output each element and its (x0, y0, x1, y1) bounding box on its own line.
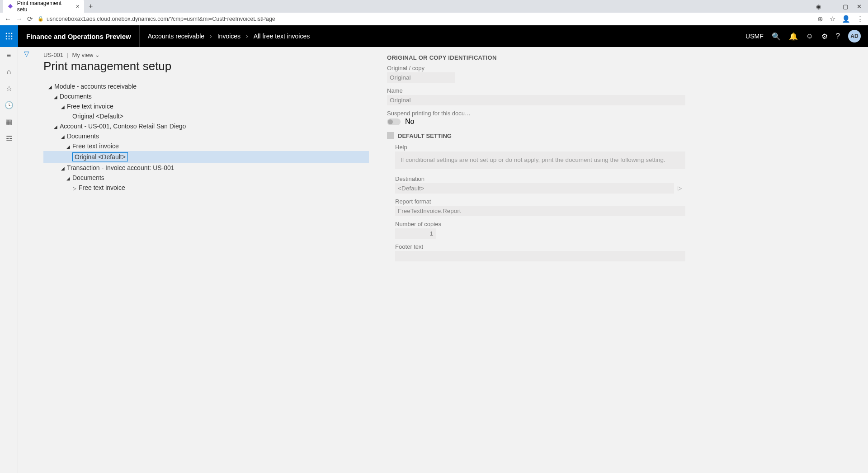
print-management-tree: ◢Module - accounts receivable ◢Documents… (43, 81, 369, 193)
search-icon[interactable]: 🔍 (772, 32, 781, 41)
forward-button[interactable]: → (16, 15, 23, 23)
tree-node-original-default[interactable]: ◢Original <Default> (43, 111, 369, 121)
tree-node-free-text-invoice-2[interactable]: ◢Free text invoice (43, 141, 369, 151)
svg-point-5 (9, 36, 10, 37)
close-window-button[interactable]: ✕ (855, 3, 863, 10)
crumb-page[interactable]: All free text invoices (254, 33, 310, 40)
caret-down-icon[interactable]: ◢ (47, 85, 53, 90)
tree-node-documents[interactable]: ◢Documents (43, 91, 369, 101)
product-name: Finance and Operations Preview (18, 25, 140, 47)
destination-label: Destination (395, 175, 685, 182)
default-setting-checkbox[interactable] (387, 132, 394, 139)
view-selector[interactable]: My view ⌄ (72, 52, 100, 58)
tree-node-free-text-invoice[interactable]: ◢Free text invoice (43, 101, 369, 111)
zoom-icon[interactable]: ⊕ (817, 15, 823, 23)
header-actions: USMF 🔍 🔔 ☺ ⚙ ? AD (745, 25, 868, 47)
workspace-icon[interactable]: ▦ (5, 118, 12, 126)
destination-field[interactable] (395, 183, 674, 194)
chrome-account-icon[interactable]: ◉ (815, 3, 822, 10)
caret-down-icon[interactable]: ◢ (60, 166, 66, 171)
svg-point-2 (9, 33, 10, 34)
tree-node-free-text-invoice-3[interactable]: ▷Free text invoice (43, 183, 369, 193)
caret-down-icon[interactable]: ◢ (60, 134, 66, 139)
caret-down-icon[interactable]: ◢ (65, 176, 71, 181)
name-field[interactable] (387, 95, 685, 105)
tree-node-account[interactable]: ◢Account - US-001, Contoso Retail San Di… (43, 121, 369, 131)
destination-lookup-button[interactable]: ▷ (674, 183, 685, 193)
filter-icon[interactable]: ▽ (24, 50, 29, 473)
minimize-button[interactable]: — (828, 3, 835, 10)
reload-button[interactable]: ⟳ (27, 15, 33, 23)
back-button[interactable]: ← (5, 15, 11, 23)
url-text: usnconeboxax1aos.cloud.onebox.dynamics.c… (47, 16, 275, 22)
chevron-down-icon: ⌄ (95, 52, 100, 58)
browser-menu-icon[interactable]: ⋮ (857, 15, 863, 23)
gear-icon[interactable]: ⚙ (821, 32, 828, 41)
caret-right-icon[interactable]: ▷ (71, 186, 78, 191)
svg-point-1 (6, 33, 7, 34)
default-setting-label: DEFAULT SETTING (398, 132, 452, 139)
new-tab-button[interactable]: + (89, 2, 93, 10)
suspend-value: No (405, 118, 414, 126)
profile-icon[interactable]: 👤 (842, 15, 850, 23)
bookmark-icon[interactable]: ☆ (830, 15, 835, 23)
favicon-icon (7, 3, 14, 9)
tree-node-original-default-selected[interactable]: ◢Original <Default> (43, 151, 369, 163)
svg-point-8 (9, 38, 10, 40)
context-id: US-001 (43, 52, 63, 58)
svg-point-7 (6, 38, 7, 40)
tree-node-documents-2[interactable]: ◢Documents (43, 131, 369, 141)
caret-down-icon[interactable]: ◢ (52, 124, 59, 129)
original-copy-field[interactable] (387, 72, 455, 83)
footer-label: Footer text (395, 243, 685, 250)
tree-node-module[interactable]: ◢Module - accounts receivable (43, 81, 369, 91)
svg-point-9 (11, 38, 13, 40)
report-format-label: Report format (395, 198, 685, 205)
app-launcher-button[interactable] (0, 25, 18, 47)
chevron-right-icon: › (210, 33, 212, 40)
tree-node-transaction[interactable]: ◢Transaction - Invoice account: US-001 (43, 163, 369, 173)
svg-point-3 (11, 33, 13, 34)
footer-text-field[interactable] (395, 251, 685, 261)
suspend-toggle[interactable] (387, 118, 401, 125)
form-panel: ORIGINAL OR COPY IDENTIFICATION Original… (387, 52, 685, 464)
report-format-field[interactable] (395, 206, 685, 216)
home-icon[interactable]: ⌂ (7, 68, 11, 76)
avatar[interactable]: AD (848, 30, 861, 43)
context-line: US-001 | My view ⌄ (43, 52, 369, 58)
svg-marker-0 (8, 4, 13, 9)
original-copy-label: Original / copy (387, 65, 685, 71)
caret-down-icon[interactable]: ◢ (60, 104, 66, 109)
filter-column: ▽ (18, 47, 35, 473)
recent-icon[interactable]: 🕓 (5, 101, 14, 109)
crumb-module[interactable]: Accounts receivable (148, 33, 204, 40)
help-text: If conditional settings are not set up o… (395, 151, 685, 169)
caret-down-icon[interactable]: ◢ (52, 95, 59, 99)
browser-tab[interactable]: Print management setu × (3, 0, 84, 14)
copies-field[interactable] (395, 228, 436, 239)
crumb-invoices[interactable]: Invoices (217, 33, 241, 40)
modules-icon[interactable]: ☲ (6, 134, 12, 143)
help-icon[interactable]: ? (836, 32, 840, 40)
company-selector[interactable]: USMF (745, 33, 764, 40)
bell-icon[interactable]: 🔔 (789, 32, 798, 41)
suspend-label: Suspend printing for this docu… (387, 110, 685, 117)
smile-icon[interactable]: ☺ (806, 32, 813, 40)
section-title-identification: ORIGINAL OR COPY IDENTIFICATION (387, 54, 685, 61)
star-icon[interactable]: ☆ (6, 84, 12, 93)
svg-point-4 (6, 36, 7, 37)
tab-title: Print management setu (17, 0, 72, 13)
left-nav-rail: ≡ ⌂ ☆ 🕓 ▦ ☲ (0, 47, 18, 473)
lock-icon: 🔒 (38, 16, 44, 22)
page-title: Print management setup (43, 59, 369, 73)
breadcrumb: Accounts receivable › Invoices › All fre… (140, 33, 318, 40)
caret-down-icon[interactable]: ◢ (65, 144, 71, 149)
tree-node-documents-3[interactable]: ◢Documents (43, 173, 369, 183)
tab-close-icon[interactable]: × (76, 3, 80, 10)
maximize-button[interactable]: ▢ (842, 3, 849, 10)
hamburger-icon[interactable]: ≡ (7, 52, 11, 60)
url-field[interactable]: 🔒 usnconeboxax1aos.cloud.onebox.dynamics… (38, 16, 813, 22)
svg-point-6 (11, 36, 13, 37)
copies-label: Number of copies (395, 221, 685, 227)
help-label: Help (395, 144, 685, 151)
